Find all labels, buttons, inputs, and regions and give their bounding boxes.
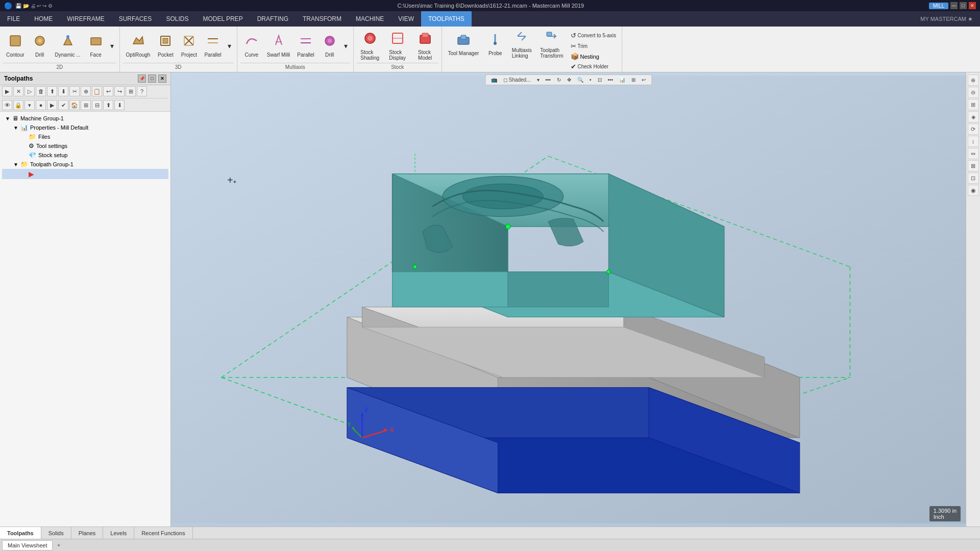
menu-machine[interactable]: MACHINE — [349, 11, 391, 27]
rt-btn-1[interactable]: ⊕ — [968, 74, 979, 86]
ribbon-3d-more[interactable]: ▾ — [226, 31, 234, 61]
vt-analysis-btn[interactable]: 📊 — [617, 76, 628, 84]
vstab-main[interactable]: Main Viewsheet — [2, 540, 53, 550]
rt-btn-7[interactable]: ⇔ — [968, 148, 979, 159]
rt-btn-3[interactable]: ⊞ — [968, 99, 979, 110]
tree-machine-group[interactable]: ▼ 🖥 Machine Group-1 — [2, 114, 168, 123]
tp-home[interactable]: 🏠 — [69, 100, 80, 110]
tab-toolpaths[interactable]: Toolpaths — [0, 527, 41, 539]
tab-recent-functions[interactable]: Recent Functions — [134, 527, 193, 539]
ribbon-btn-stock-shading[interactable]: StockShading — [357, 31, 383, 61]
tp-paste[interactable]: 📋 — [92, 86, 102, 96]
menu-home[interactable]: HOME — [27, 11, 60, 27]
ribbon-btn-drill-multi[interactable]: Drill — [318, 31, 341, 61]
tp-delete[interactable]: 🗑 — [36, 86, 46, 96]
ribbon-btn-probe[interactable]: Probe — [484, 29, 506, 59]
tree-tool-settings[interactable]: ▼ ⚙ Tool settings — [2, 141, 168, 151]
ribbon-btn-face[interactable]: Face — [85, 31, 107, 61]
tp-copy[interactable]: ⊕ — [81, 86, 91, 96]
ribbon-btn-stock-model[interactable]: StockModel — [412, 31, 438, 61]
tp-down[interactable]: ⬇ — [58, 86, 68, 96]
menu-toolpaths[interactable]: TOOLPATHS — [421, 11, 472, 27]
ribbon-btn-optirough[interactable]: OptiRough — [123, 31, 154, 61]
rt-btn-2[interactable]: ⊖ — [968, 87, 979, 98]
tp-up[interactable]: ⬆ — [47, 86, 57, 96]
tree-operation-1[interactable]: ▼ ▶ — [2, 169, 168, 179]
tp-undo[interactable]: ↩ — [103, 86, 113, 96]
vt-pan-btn[interactable]: ✥ — [565, 76, 574, 84]
vt-wireframe-btn[interactable]: ◻ Shaded... — [501, 76, 533, 84]
tp-cut[interactable]: ✂ — [69, 86, 80, 96]
ribbon-btn-multiaxis-linking[interactable]: MultiaxisLinking — [508, 29, 535, 59]
tree-expand-0[interactable]: ▼ — [5, 116, 10, 121]
rt-btn-9[interactable]: ⊡ — [968, 172, 979, 184]
vstab-add-button[interactable]: + — [54, 541, 63, 550]
menu-transform[interactable]: TRANSFORM — [296, 11, 349, 27]
ribbon-btn-parallel-3d[interactable]: Parallel — [201, 31, 224, 61]
tree-expand-5[interactable]: ▼ — [13, 162, 18, 167]
vt-grid-btn[interactable]: ⊞ — [629, 76, 638, 84]
tp-help[interactable]: ? — [137, 86, 147, 96]
ribbon-btn-trim[interactable]: ✂ Trim — [568, 41, 619, 51]
rt-btn-5[interactable]: ⟳ — [968, 123, 979, 135]
tp-move-down2[interactable]: ⬇ — [114, 100, 125, 110]
rt-btn-6[interactable]: ↕ — [968, 136, 979, 147]
menu-drafting[interactable]: DRAFTING — [250, 11, 296, 27]
rt-btn-10[interactable]: ◉ — [968, 185, 979, 196]
tree-expand-1[interactable]: ▼ — [13, 125, 18, 131]
panel-close-button[interactable]: ✕ — [158, 74, 166, 83]
vt-dots-3[interactable]: ••• — [605, 76, 616, 84]
tp-redo[interactable]: ↪ — [114, 86, 125, 96]
ribbon-btn-dynamic[interactable]: Dynamic ... — [52, 31, 84, 61]
ribbon-btn-tool-manager[interactable]: Tool Manager — [445, 29, 482, 59]
ribbon-btn-nesting[interactable]: 📦 Nesting — [568, 52, 619, 61]
ribbon-btn-parallel-multi[interactable]: Parallel — [294, 31, 317, 61]
ribbon-btn-toolpath-transform[interactable]: ToolpathTransform — [537, 29, 566, 59]
ribbon-btn-stock-display[interactable]: StockDisplay — [384, 31, 411, 61]
tp-expand[interactable]: ⊞ — [81, 100, 91, 110]
ribbon-btn-drill-2d[interactable]: Drill — [29, 31, 51, 61]
vt-btn-1[interactable]: 📺 — [488, 76, 500, 84]
panel-float-button[interactable]: □ — [148, 74, 156, 83]
tp-select-all[interactable]: ▶ — [2, 86, 12, 96]
vt-zoom-btn[interactable]: 🔍 — [575, 76, 586, 84]
tab-planes[interactable]: Planes — [71, 527, 104, 539]
ribbon-btn-curve[interactable]: Curve — [240, 31, 263, 61]
vt-dots-1[interactable]: ••• — [543, 76, 554, 84]
rt-btn-8[interactable]: ⊠ — [968, 160, 979, 171]
vt-dots-2[interactable]: • — [587, 76, 594, 84]
maximize-button[interactable]: □ — [960, 2, 967, 9]
tab-solids[interactable]: Solids — [41, 527, 71, 539]
ribbon-btn-contour[interactable]: Contour — [3, 31, 28, 61]
tab-levels[interactable]: Levels — [103, 527, 134, 539]
minimize-button[interactable]: — — [950, 2, 958, 9]
menu-solids[interactable]: SOLIDS — [159, 11, 195, 27]
tp-simulate[interactable]: ▶ — [47, 100, 57, 110]
tp-color-on[interactable]: ● — [36, 100, 46, 110]
menu-model-prep[interactable]: MODEL PREP — [195, 11, 250, 27]
ribbon-2d-more[interactable]: ▾ — [108, 31, 116, 61]
vt-fit-btn[interactable]: ⊡ — [595, 76, 604, 84]
tp-run[interactable]: ▷ — [24, 86, 35, 96]
tp-lock[interactable]: 🔒 — [13, 100, 23, 110]
tp-toggle-display[interactable]: 👁 — [2, 100, 12, 110]
ribbon-btn-swarf-mill[interactable]: Swarf Milli — [264, 31, 293, 61]
tree-files[interactable]: ▼ 📁 Files — [2, 132, 168, 141]
vt-view-btn[interactable]: ▾ — [534, 76, 542, 84]
panel-pin-button[interactable]: 📌 — [138, 74, 146, 83]
menu-wireframe[interactable]: WIREFRAME — [60, 11, 111, 27]
tp-select-none[interactable]: ✕ — [13, 86, 23, 96]
my-mastercam[interactable]: MY MASTERCAM ★ — [913, 16, 980, 22]
menu-view[interactable]: VIEW — [391, 11, 421, 27]
tree-properties[interactable]: ▼ 📊 Properties - Mill Default — [2, 123, 168, 132]
ribbon-multi-more[interactable]: ▾ — [342, 31, 350, 61]
vt-rotate-btn[interactable]: ↻ — [554, 76, 564, 84]
ribbon-btn-project[interactable]: Project — [178, 31, 200, 61]
close-button[interactable]: ✕ — [969, 2, 976, 9]
tp-verify[interactable]: ✔ — [58, 100, 68, 110]
ribbon-btn-convert-5axis[interactable]: ↺ Convert to 5-axis — [568, 31, 619, 40]
tp-merge[interactable]: ⊞ — [126, 86, 136, 96]
viewport[interactable]: 📺 ◻ Shaded... ▾ ••• ↻ ✥ 🔍 • ⊡ ••• 📊 ⊞ ↩ … — [171, 72, 966, 527]
scene-3d[interactable]: X Y Z — [171, 72, 966, 527]
menu-file[interactable]: FILE — [0, 11, 27, 27]
